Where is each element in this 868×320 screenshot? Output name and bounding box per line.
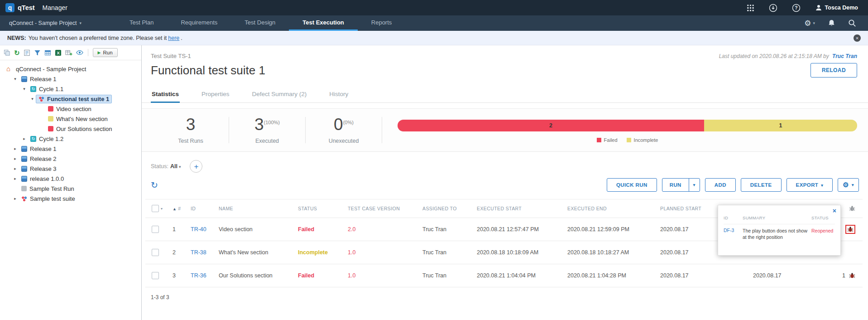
- tree-item-release[interactable]: ▸ release 1.0.0: [0, 174, 141, 184]
- test-case-version: 1.0: [348, 249, 355, 256]
- expand-arrow-icon[interactable]: ▸: [12, 166, 19, 171]
- export-button[interactable]: EXPORT▾: [786, 178, 833, 192]
- test-run-link[interactable]: TR-40: [191, 226, 206, 233]
- tree-item-release[interactable]: ▾ Release 1: [0, 74, 141, 84]
- test-suite-icon: [21, 196, 27, 202]
- tree-item-project[interactable]: ⌂qConnect - Sample Project: [0, 64, 141, 74]
- tree-item-cycle[interactable]: ▸ ↻Cycle 1.2: [0, 134, 141, 144]
- column-header-assigned-to[interactable]: ASSIGNED TO: [416, 206, 470, 211]
- expand-arrow-icon[interactable]: ▸: [21, 136, 28, 141]
- assigned-to: Truc Tran: [416, 249, 470, 256]
- watch-icon[interactable]: [76, 50, 83, 55]
- chevron-down-icon[interactable]: ▾: [161, 207, 163, 211]
- select-all-checkbox[interactable]: [152, 205, 159, 212]
- apps-grid-icon[interactable]: [747, 4, 754, 12]
- add-column-icon[interactable]: [65, 49, 72, 56]
- add-button[interactable]: ADD: [705, 178, 736, 192]
- project-selector[interactable]: qConnect - Sample Project ▾: [0, 15, 91, 31]
- run-split-button[interactable]: RUN ▾: [662, 178, 700, 192]
- expand-arrow-icon[interactable]: ▾: [12, 77, 19, 81]
- run-button-label[interactable]: RUN: [662, 179, 689, 191]
- export-button-label: EXPORT: [796, 182, 819, 188]
- tree-item-test-run[interactable]: Our Solutions section: [0, 124, 141, 134]
- column-header-executed-end[interactable]: EXECUTED END: [561, 206, 654, 211]
- tab-statistics[interactable]: Statistics: [151, 86, 180, 103]
- run-button[interactable]: ▶ Run: [93, 48, 118, 57]
- add-filter-button[interactable]: +: [190, 160, 202, 173]
- excel-export-icon[interactable]: X: [55, 49, 62, 56]
- notifications-bell-icon[interactable]: [828, 19, 835, 27]
- tree-item-test-suite[interactable]: ▸ Sample test suite: [0, 194, 141, 204]
- defect-bug-icon-active[interactable]: [845, 225, 855, 234]
- row-checkbox[interactable]: [152, 272, 159, 279]
- popup-defect-row: DF-3 The play button does not show at th…: [724, 224, 835, 240]
- chevron-down-icon[interactable]: ▾: [689, 179, 700, 191]
- expand-arrow-icon[interactable]: ▸: [12, 146, 19, 151]
- tree-item-cycle[interactable]: ▾ ↻Cycle 1.1: [0, 84, 141, 94]
- nav-test-design[interactable]: Test Design: [231, 15, 289, 31]
- sort-asc-icon[interactable]: ▲: [173, 207, 177, 211]
- tree-item-release[interactable]: ▸ Release 2: [0, 154, 141, 164]
- tree-item-release[interactable]: ▸ Release 3: [0, 164, 141, 174]
- sync-icon[interactable]: ↻: [14, 49, 20, 56]
- tab-defect-summary[interactable]: Defect Summary (2): [251, 86, 308, 103]
- expand-arrow-icon[interactable]: ▸: [12, 196, 19, 201]
- last-updated-user[interactable]: Truc Tran: [832, 53, 857, 59]
- tree-item-test-run[interactable]: What's New section: [0, 114, 141, 124]
- windows-icon[interactable]: [4, 49, 10, 56]
- tree-item-test-suite-selected[interactable]: ▾ Functional test suite 1: [0, 94, 141, 104]
- help-icon[interactable]: ?: [792, 4, 801, 12]
- search-icon[interactable]: [848, 19, 856, 27]
- test-run-name: What's New section: [212, 249, 292, 256]
- column-header-executed-start[interactable]: EXECUTED START: [470, 206, 561, 211]
- expand-arrow-icon[interactable]: ▾: [21, 87, 28, 91]
- table-icon[interactable]: [44, 49, 51, 56]
- executed-start: 2020.08.18 10:18:09 AM: [470, 249, 561, 256]
- column-header-number[interactable]: #: [178, 206, 181, 211]
- test-suite-icon: [38, 96, 44, 102]
- test-run-link[interactable]: TR-38: [191, 249, 206, 256]
- tab-properties[interactable]: Properties: [201, 86, 230, 103]
- settings-gear-icon[interactable]: ⚙▾: [804, 19, 815, 28]
- refresh-icon[interactable]: ↻: [151, 181, 158, 189]
- download-icon[interactable]: [769, 4, 777, 12]
- nav-reports[interactable]: Reports: [358, 15, 406, 31]
- report-icon[interactable]: [24, 49, 30, 56]
- column-header-test-case-version[interactable]: TEST CASE VERSION: [341, 206, 416, 211]
- close-icon[interactable]: ×: [833, 208, 836, 214]
- run-button-label: Run: [103, 50, 113, 55]
- column-header-name[interactable]: NAME: [212, 206, 292, 211]
- tree-item-release[interactable]: ▸ Release 1: [0, 144, 141, 154]
- defect-bug-icon[interactable]: [849, 272, 855, 279]
- row-checkbox[interactable]: [152, 226, 159, 233]
- release-icon: [21, 176, 27, 182]
- qtest-manager-window: q qTest Manager ? Tosca Demo qConnect - …: [0, 0, 868, 320]
- expand-arrow-icon[interactable]: ▸: [12, 156, 19, 161]
- expand-arrow-icon[interactable]: ▸: [12, 176, 19, 181]
- filter-icon[interactable]: [34, 49, 41, 56]
- stat-test-runs: 3 Test Runs: [153, 116, 229, 144]
- quick-run-button[interactable]: QUICK RUN: [607, 178, 657, 192]
- news-here-link[interactable]: here: [168, 35, 179, 41]
- status-filter-dropdown[interactable]: Status:All▾: [151, 163, 181, 170]
- tree-item-label: Sample test suite: [30, 195, 75, 202]
- defect-link[interactable]: DF-3: [724, 228, 734, 233]
- row-checkbox[interactable]: [152, 249, 159, 256]
- test-run-link[interactable]: TR-36: [191, 272, 206, 279]
- reload-button[interactable]: RELOAD: [810, 63, 857, 78]
- expand-arrow-icon[interactable]: ▾: [29, 97, 36, 101]
- column-header-id[interactable]: ID: [184, 206, 212, 211]
- sidebar-toolbar: ↻ X: [0, 45, 141, 60]
- user-menu[interactable]: Tosca Demo: [815, 4, 858, 11]
- nav-test-execution[interactable]: Test Execution: [289, 15, 358, 31]
- delete-button[interactable]: DELETE: [741, 178, 782, 192]
- nav-requirements[interactable]: Requirements: [167, 15, 231, 31]
- brand[interactable]: q qTest Manager: [5, 3, 67, 12]
- tree-item-test-run[interactable]: Video section: [0, 104, 141, 114]
- tab-history[interactable]: History: [328, 86, 349, 103]
- close-icon[interactable]: ×: [854, 34, 861, 42]
- column-header-status[interactable]: STATUS: [292, 206, 341, 211]
- table-settings-button[interactable]: ⚙▾: [838, 178, 859, 192]
- tree-item-test-run[interactable]: Sample Test Run: [0, 184, 141, 194]
- nav-test-plan[interactable]: Test Plan: [116, 15, 167, 31]
